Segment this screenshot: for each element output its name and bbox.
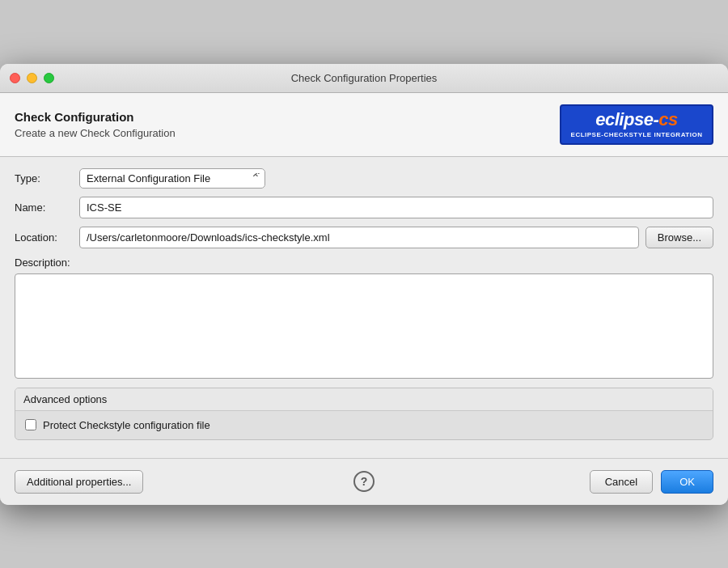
browse-button[interactable]: Browse...	[645, 227, 713, 248]
type-select[interactable]: External Configuration File Built-in Con…	[79, 168, 265, 189]
minimize-button[interactable]	[27, 73, 37, 83]
header-text: Check Configuration Create a new Check C…	[15, 110, 176, 139]
name-label: Name:	[15, 201, 79, 214]
form-section: Type: External Configuration File Built-…	[0, 157, 728, 458]
ok-button[interactable]: OK	[661, 470, 713, 494]
header-title: Check Configuration	[15, 110, 176, 124]
name-row: Name:	[15, 197, 713, 218]
location-input[interactable]	[79, 227, 639, 248]
traffic-lights	[10, 73, 54, 83]
advanced-header: Advanced options	[15, 388, 713, 411]
advanced-body: Protect Checkstyle configuration file	[15, 411, 713, 439]
type-row: Type: External Configuration File Built-…	[15, 168, 713, 189]
location-input-wrap	[79, 227, 639, 248]
logo-eclipse-part: eclipse-	[595, 109, 658, 129]
description-section: Description:	[15, 256, 713, 381]
description-textarea[interactable]	[15, 273, 713, 379]
type-label: Type:	[15, 172, 79, 184]
protect-row: Protect Checkstyle configuration file	[25, 419, 703, 431]
title-bar: Check Configuration Properties	[0, 64, 728, 93]
maximize-button[interactable]	[44, 73, 54, 83]
logo-cs-part: cs	[658, 109, 677, 129]
logo-title: eclipse-cs	[595, 111, 677, 129]
name-control	[79, 197, 713, 218]
type-control: External Configuration File Built-in Con…	[79, 168, 713, 189]
eclipse-logo: eclipse-cs ECLIPSE-CHECKSTYLE INTEGRATIO…	[560, 104, 713, 145]
footer-left: Additional properties...	[15, 470, 248, 494]
protect-label[interactable]: Protect Checkstyle configuration file	[43, 419, 210, 431]
description-label: Description:	[15, 256, 713, 269]
location-row: Location: Browse...	[15, 227, 713, 248]
main-window: Check Configuration Properties Check Con…	[0, 64, 728, 505]
close-button[interactable]	[10, 73, 20, 83]
help-button[interactable]: ?	[353, 471, 375, 492]
name-input[interactable]	[79, 197, 713, 218]
cancel-button[interactable]: Cancel	[590, 470, 653, 494]
location-control: Browse...	[79, 227, 713, 248]
footer: Additional properties... ? Cancel OK	[0, 458, 728, 505]
advanced-section: Advanced options Protect Checkstyle conf…	[15, 388, 713, 440]
header-section: Check Configuration Create a new Check C…	[0, 93, 728, 157]
logo-subtitle: ECLIPSE-CHECKSTYLE INTEGRATION	[571, 131, 703, 138]
header-subtitle: Create a new Check Configuration	[15, 127, 176, 139]
location-label: Location:	[15, 231, 79, 244]
window-title: Check Configuration Properties	[291, 72, 438, 84]
type-select-wrapper: External Configuration File Built-in Con…	[79, 168, 265, 189]
footer-right: Cancel OK	[480, 470, 713, 494]
additional-properties-button[interactable]: Additional properties...	[15, 470, 143, 494]
protect-checkbox[interactable]	[25, 419, 36, 430]
footer-center: ?	[248, 471, 480, 492]
